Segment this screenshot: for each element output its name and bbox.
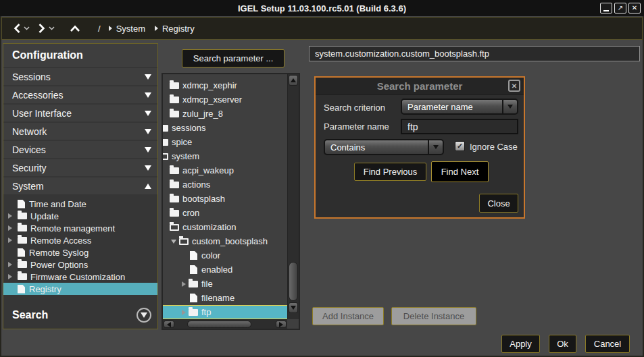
folder-icon	[170, 167, 179, 174]
back-history-dropdown[interactable]	[24, 26, 30, 30]
tree-item-file[interactable]: file	[163, 277, 287, 291]
scroll-left-button[interactable]	[164, 321, 174, 328]
expander-collapsed-icon[interactable]	[182, 281, 186, 287]
dialog-title: Search parameter	[316, 80, 524, 92]
tree-item-enabled[interactable]: enabled	[163, 263, 287, 277]
sidebar-item-remote-management[interactable]: Remote management	[3, 222, 157, 234]
tree-item-bootsplash[interactable]: bootsplash	[163, 192, 287, 206]
cancel-button[interactable]: Cancel	[585, 335, 630, 353]
chevron-right-icon	[38, 23, 46, 34]
sidebar-item-remote-syslog[interactable]: Remote Syslog	[3, 246, 157, 258]
minimize-button[interactable]	[600, 3, 612, 13]
scroll-right-button[interactable]	[276, 321, 287, 328]
expander-collapsed-icon[interactable]	[7, 262, 18, 267]
vertical-scroll-thumb[interactable]	[289, 262, 298, 301]
sidebar-item-sessions[interactable]: Sessions	[3, 68, 157, 85]
tree-item-cron[interactable]: cron	[163, 206, 287, 220]
expander-collapsed-icon[interactable]	[7, 274, 18, 279]
horizontal-scroll-thumb[interactable]	[187, 321, 251, 328]
up-button[interactable]	[70, 25, 80, 32]
tree-item-system[interactable]: system	[163, 149, 287, 163]
expander-collapsed-icon[interactable]	[7, 225, 18, 231]
sidebar-item-network[interactable]: Network	[3, 123, 157, 140]
sidebar-item-power-options[interactable]: Power Options	[3, 258, 157, 271]
sidebar-item-devices[interactable]: Devices	[3, 141, 157, 158]
forward-history-dropdown[interactable]	[49, 26, 55, 30]
tree-item-color[interactable]: color	[163, 248, 287, 263]
page-icon	[190, 294, 197, 302]
sidebar-item-accessories[interactable]: Accessories	[3, 86, 157, 103]
parameter-name-input[interactable]	[401, 119, 518, 134]
tree-item-xdmcp-xephir[interactable]: xdmcp_xephir	[163, 78, 287, 92]
sidebar-item-label: Devices	[12, 144, 46, 155]
search-section-label: Search	[12, 309, 48, 321]
sidebar-item-user-interface[interactable]: User Interface	[3, 105, 157, 121]
breadcrumb-root[interactable]: /	[98, 24, 101, 34]
scroll-up-button[interactable]	[289, 75, 298, 86]
search-section-header[interactable]: Search	[3, 304, 157, 326]
search-parameter-button[interactable]: Search parameter ...	[182, 49, 284, 67]
sidebar-item-label: Sessions	[12, 72, 51, 82]
forward-button[interactable]	[38, 23, 46, 34]
sidebar-item-update[interactable]: Update	[3, 210, 157, 222]
maximize-button[interactable]: ↗	[614, 3, 626, 13]
delete-instance-button[interactable]: Delete Instance	[391, 307, 476, 325]
expander-expanded-icon[interactable]	[171, 240, 176, 244]
ignore-case-checkbox[interactable]: ✓	[455, 141, 465, 151]
horizontal-scrollbar	[163, 319, 287, 329]
tree-item-acpi-wakeup[interactable]: acpi_wakeup	[163, 163, 287, 177]
tree-item-actions[interactable]: actions	[163, 177, 287, 192]
scroll-down-button[interactable]	[289, 302, 298, 313]
breadcrumb-arrow-icon	[109, 26, 112, 31]
page-icon	[190, 265, 197, 274]
sidebar-item-label: Security	[12, 163, 47, 173]
expander-collapsed-icon[interactable]	[182, 310, 186, 315]
dropdown-arrow-icon	[428, 140, 443, 154]
tree-item-custom-bootsplash[interactable]: custom_bootsplash	[163, 234, 287, 248]
triangle-right-icon	[8, 238, 12, 243]
tree-item-customization[interactable]: customization	[163, 220, 287, 234]
window-title: IGEL Setup 11.03.100.rc5.01 (Build 6.3.6…	[0, 3, 644, 13]
sidebar-item-label: Firmware Customization	[30, 272, 125, 282]
search-criterion-select[interactable]: Parameter name	[401, 99, 518, 115]
tree-item-ftp[interactable]: ftp	[163, 305, 287, 319]
dialog-close-action-button[interactable]: Close	[479, 194, 518, 213]
tree-item-spice[interactable]: spice	[163, 135, 287, 149]
tree-item-zulu-jre-8[interactable]: zulu_jre_8	[163, 107, 287, 121]
triangle-right-icon	[8, 225, 12, 231]
caret-down-icon	[49, 26, 55, 30]
close-button[interactable]: ✕	[628, 3, 641, 13]
tree-item-filename[interactable]: filename	[163, 291, 287, 305]
back-button[interactable]	[13, 23, 21, 34]
sidebar-item-security[interactable]: Security	[3, 159, 157, 176]
search-expand-button[interactable]	[137, 308, 151, 323]
sidebar-item-registry[interactable]: Registry	[3, 283, 157, 295]
expander-collapsed-icon[interactable]	[7, 213, 18, 219]
sidebar-item-label: Registry	[29, 284, 61, 294]
chevron-down-icon	[145, 129, 151, 134]
tree-item-sessions[interactable]: sessions	[163, 121, 287, 135]
tree-item-label: acpi_wakeup	[182, 165, 234, 175]
sidebar-item-time-and-date[interactable]: Time and Date	[3, 198, 157, 210]
find-previous-button[interactable]: Find Previous	[354, 163, 426, 181]
expander-collapsed-icon[interactable]	[7, 238, 18, 243]
folder-icon	[170, 182, 179, 188]
sidebar-item-label: System	[12, 181, 44, 192]
configuration-sidebar: Configuration SessionsAccessoriesUser In…	[3, 43, 158, 329]
ok-button[interactable]: Ok	[549, 335, 576, 353]
parameter-path-field[interactable]	[309, 46, 640, 61]
chevron-down-icon	[145, 111, 151, 116]
sidebar-item-firmware-customization[interactable]: Firmware Customization	[3, 271, 157, 283]
breadcrumb-system[interactable]: System	[109, 24, 145, 34]
sidebar-item-system[interactable]: System	[3, 177, 157, 194]
sidebar-item-remote-access[interactable]: Remote Access	[3, 234, 157, 246]
find-next-button[interactable]: Find Next	[431, 161, 489, 182]
match-mode-select[interactable]: Contains	[324, 139, 444, 155]
breadcrumb-registry[interactable]: Registry	[155, 24, 195, 34]
folder-icon	[170, 210, 179, 217]
dialog-close-button[interactable]: ✕	[508, 80, 520, 92]
apply-button[interactable]: Apply	[501, 335, 540, 353]
add-instance-button[interactable]: Add Instance	[312, 307, 384, 325]
page-icon	[18, 285, 25, 294]
tree-item-xdmcp-xserver[interactable]: xdmcp_xserver	[163, 92, 287, 107]
